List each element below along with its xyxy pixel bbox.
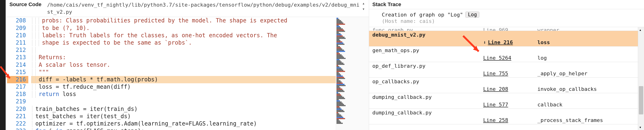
stack-fn: loss <box>530 40 638 45</box>
code-line[interactable]: 213Returns: <box>7 54 336 61</box>
stack-frame-file-row[interactable]: op_callbacks.py <box>369 78 638 85</box>
stack-line-link[interactable]: Line 258 <box>483 117 508 123</box>
stack-frame-file-row[interactable]: gen_math_ops.py <box>369 46 638 54</box>
code-text: """ <box>31 69 336 76</box>
stack-line-link[interactable]: Line 5264 <box>483 55 511 61</box>
stack-list: func_graph.pyLine 969wrapperdebug_mnist_… <box>369 27 644 130</box>
stack-trace-panel: Stack Trace Creation of graph op "Log" L… <box>369 0 644 130</box>
stack-frame-line-row[interactable]: Line 5264log <box>369 54 638 62</box>
code-text: return loss <box>31 90 336 98</box>
gutter-line-number[interactable]: 212 <box>7 46 28 54</box>
code-text: optimizer = tf.optimizers.Adam(learning_… <box>31 120 336 128</box>
code-text: diff = -labels * tf.math.log(probs) <box>31 76 336 83</box>
stack-frame-line-row[interactable]: Line 755_apply_op_helper <box>369 70 638 78</box>
code-text: for i in range(FLAGS.max_steps): <box>31 128 336 130</box>
stack-file: func_graph.py <box>372 27 483 31</box>
gutter-line-number[interactable]: 218 <box>7 90 28 98</box>
code-line[interactable]: 210labels: Truth labels for the classes,… <box>7 32 336 39</box>
code-line[interactable]: 218return loss <box>7 90 336 98</box>
window-left-edge <box>0 0 6 130</box>
code-line[interactable]: 211shape is expected to be the same as `… <box>7 39 336 46</box>
code-line[interactable]: 212 <box>7 46 336 54</box>
trace-creation-text: Creation of graph op "Log" <box>382 12 463 18</box>
code-text: loss = tf.reduce_mean(diff) <box>31 83 336 90</box>
gutter-line-number[interactable]: 219 <box>7 98 28 105</box>
stack-file: op_callbacks.py <box>372 78 483 84</box>
stack-frame-line-row[interactable]: ⬇ Line 216loss <box>369 38 638 46</box>
stack-frame-file-row[interactable]: op_def_library.py <box>369 62 638 70</box>
download-icon[interactable]: ⬇ <box>483 40 486 45</box>
code-line[interactable]: 208probs: Class probabilities predicted … <box>7 17 336 24</box>
source-title: Source Code <box>10 2 47 8</box>
code-line[interactable]: 220train_batches = iter(train_ds) <box>7 106 336 113</box>
stack-frame-file-row[interactable]: dumping_callback.py <box>369 93 638 101</box>
stack-line-link[interactable]: Line 755 <box>483 70 508 76</box>
scroll-down-icon[interactable]: ▾ <box>363 7 364 11</box>
code-line[interactable]: 216diff = -labels * tf.math.log(probs) <box>7 76 336 83</box>
code-viewer[interactable]: 208probs: Class probabilities predicted … <box>7 17 336 130</box>
code-line[interactable]: 214A scalar loss tensor. <box>7 61 336 69</box>
gutter-line-number[interactable]: 216 <box>7 76 28 83</box>
log-button[interactable]: Log <box>465 12 480 18</box>
scroll-down-icon[interactable]: ▾ <box>640 126 641 129</box>
source-code-panel: Source Code /home/cais/venv_tf_nightly/l… <box>7 0 369 130</box>
code-line[interactable]: 217loss = tf.reduce_mean(diff) <box>7 83 336 90</box>
code-text: train_batches = iter(train_ds) <box>31 106 336 113</box>
gutter-line-number[interactable]: 222 <box>7 120 28 128</box>
gutter-line-number[interactable]: 213 <box>7 54 28 61</box>
stack-frame-partial[interactable]: func_graph.pyLine 969wrapper <box>369 27 638 31</box>
stack-file: op_def_library.py <box>372 63 483 69</box>
code-text <box>31 98 336 105</box>
gutter-line-number[interactable]: 214 <box>7 61 28 69</box>
trace-info: Creation of graph op "Log" Log (Host nam… <box>369 9 644 27</box>
code-line[interactable]: 219 <box>7 98 336 105</box>
code-line[interactable]: 209to be (?, 10). <box>7 24 336 32</box>
gutter-line-number[interactable]: 208 <box>7 17 28 24</box>
source-body: 208probs: Class probabilities predicted … <box>7 17 369 130</box>
gutter-line-number[interactable]: 215 <box>7 69 28 76</box>
minimap[interactable]: ████████████████████████████████████████… <box>336 17 369 130</box>
stack-line-link[interactable]: Line 969 <box>483 27 508 31</box>
stack-line-link[interactable]: Line 208 <box>483 86 508 92</box>
stack-fn: log <box>530 55 638 61</box>
gutter-line-number[interactable]: 217 <box>7 83 28 90</box>
stack-frame-line-row[interactable]: Line 577callback <box>369 101 638 109</box>
gutter-line-number[interactable]: 209 <box>7 24 28 32</box>
code-text: probs: Class probabilities predicted by … <box>31 17 336 24</box>
code-text: A scalar loss tensor. <box>31 61 336 69</box>
code-text <box>31 46 336 54</box>
code-text: Returns: <box>31 54 336 61</box>
stack-frame-line-row[interactable]: Line 258_process_stack_frames <box>369 116 638 124</box>
stack-scrollbar[interactable]: ▴ ▾ <box>638 27 644 130</box>
stack-file: debug_mnist_v2.py <box>372 32 483 38</box>
code-line[interactable]: 215""" <box>7 69 336 76</box>
code-line[interactable]: 223for i in range(FLAGS.max_steps): <box>7 128 336 130</box>
code-line[interactable]: 221test_batches = iter(test_ds) <box>7 113 336 120</box>
gutter-line-number[interactable]: 223 <box>7 128 28 130</box>
stack-fn: _process_stack_frames <box>530 117 638 123</box>
stack-line-link[interactable]: Line 577 <box>483 102 508 108</box>
stack-file: gen_math_ops.py <box>372 48 483 53</box>
stack-fn: wrapper <box>530 27 638 31</box>
stack-fn: callback <box>530 102 638 108</box>
stack-frame-file-row[interactable]: debug_mnist_v2.py <box>369 31 638 38</box>
stack-frame-file-row[interactable]: dumping_callback.py <box>369 109 638 116</box>
scrollbar-thumb[interactable] <box>639 86 643 114</box>
code-line[interactable]: 222optimizer = tf.optimizers.Adam(learni… <box>7 120 336 128</box>
gutter-line-number[interactable]: 221 <box>7 113 28 120</box>
code-text: test_batches = iter(test_ds) <box>31 113 336 120</box>
source-file-path: /home/cais/venv_tf_nightly/lib/python3.7… <box>47 2 361 15</box>
stack-file: dumping_callback.py <box>372 94 483 100</box>
stack-title: Stack Trace <box>372 2 407 8</box>
stack-header: Stack Trace <box>369 0 644 9</box>
stack-frame-line-row[interactable]: Line 208invoke_op_callbacks <box>369 85 638 93</box>
gutter-line-number[interactable]: 211 <box>7 39 28 46</box>
source-header: Source Code /home/cais/venv_tf_nightly/l… <box>7 0 369 17</box>
gutter-line-number[interactable]: 210 <box>7 32 28 39</box>
source-scroll-buttons: ▴ ▾ <box>361 2 366 11</box>
gutter-line-number[interactable]: 220 <box>7 106 28 113</box>
code-text: labels: Truth labels for the classes, as… <box>31 32 336 39</box>
scroll-up-icon[interactable]: ▴ <box>640 28 641 32</box>
scroll-up-icon[interactable]: ▴ <box>363 2 364 5</box>
stack-line-link[interactable]: Line 216 <box>488 40 513 45</box>
